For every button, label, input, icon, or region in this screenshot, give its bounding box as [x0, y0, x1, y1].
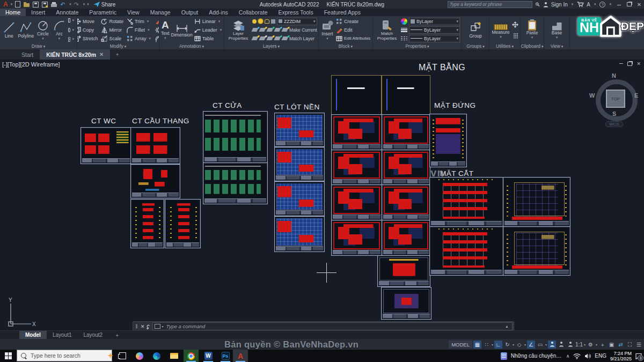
- command-line[interactable]: ✕ ▾ ▲: [133, 321, 514, 330]
- help-search-input[interactable]: [448, 1, 532, 8]
- trim-tool[interactable]: Trim▾: [127, 18, 152, 25]
- doc-restore-icon[interactable]: [627, 62, 632, 66]
- id-point-icon[interactable]: [512, 21, 518, 28]
- insert-block-tool[interactable]: Insert▾: [320, 19, 334, 41]
- sheet-ct-wc[interactable]: [80, 127, 131, 164]
- tab-layout2[interactable]: Layout2: [77, 331, 108, 339]
- help-icon[interactable]: ?: [599, 2, 605, 8]
- panel-label-annotation[interactable]: Annotation: [159, 43, 224, 49]
- redo-icon[interactable]: ↷: [74, 1, 80, 8]
- linetype-icon[interactable]: [401, 36, 407, 40]
- offset-tool-icon[interactable]: [155, 36, 159, 42]
- copy-tool[interactable]: Copy: [77, 26, 98, 34]
- sheet-floor-tile[interactable]: [274, 181, 325, 216]
- file-tab-start[interactable]: Start: [15, 49, 40, 60]
- command-grip-handle[interactable]: [134, 324, 138, 328]
- annotation-visibility-icon[interactable]: [548, 341, 556, 349]
- chrome-button[interactable]: [184, 350, 199, 362]
- tab-manage[interactable]: Manage: [145, 9, 176, 16]
- panel-label-view[interactable]: View: [544, 43, 569, 49]
- speaker-icon[interactable]: [584, 353, 591, 359]
- signin-caret-icon[interactable]: ▾: [572, 2, 574, 6]
- edit-attributes-tool[interactable]: Edit Attributes▾: [336, 35, 372, 42]
- hidden-icons-chevron[interactable]: ∧: [566, 353, 570, 359]
- ortho-mode-icon[interactable]: ∟: [494, 341, 502, 349]
- sheet-empty-frame[interactable]: [382, 75, 430, 115]
- layer-state-icon[interactable]: [274, 36, 281, 40]
- arc-tool[interactable]: Arc▾: [52, 19, 67, 41]
- mirror-tool[interactable]: Mirror: [101, 26, 123, 34]
- photoshop-button[interactable]: Ps: [218, 350, 233, 362]
- new-tab-button[interactable]: ＋: [110, 49, 125, 60]
- qat-customize-caret-icon[interactable]: ▾: [87, 2, 89, 6]
- sheet-floor-tile[interactable]: [274, 113, 325, 147]
- dimension-tool[interactable]: Dimension: [171, 22, 193, 38]
- tab-featured-apps[interactable]: Featured Apps: [319, 9, 366, 16]
- label-ct-lot-nen[interactable]: CT LÓT NỀN: [274, 103, 320, 111]
- panel-label-modify[interactable]: Modify: [77, 43, 159, 49]
- sheet-floor-plan[interactable]: [331, 150, 382, 185]
- tab-insert[interactable]: Insert: [26, 9, 50, 16]
- ellipse-tool-icon[interactable]: ▾: [68, 27, 75, 33]
- graphics-performance-icon[interactable]: ⇄: [617, 341, 625, 349]
- snap-caret-icon[interactable]: ▾: [492, 343, 493, 346]
- undo-icon[interactable]: ↶: [60, 1, 67, 8]
- tab-view[interactable]: View: [122, 9, 145, 16]
- sheet-stair-plans[interactable]: [130, 127, 180, 164]
- share-button[interactable]: Share: [93, 1, 116, 8]
- copilot-button[interactable]: [132, 350, 147, 362]
- viewcube-west[interactable]: W: [589, 92, 595, 99]
- polar-caret-icon[interactable]: ▾: [513, 343, 514, 346]
- task-view-button[interactable]: [115, 350, 130, 362]
- panel-label-block[interactable]: Block: [319, 43, 372, 49]
- table-tool[interactable]: Table: [194, 35, 223, 42]
- object-snap-settings-icon[interactable]: ▭: [536, 341, 544, 349]
- close-tab-icon[interactable]: ✕: [99, 51, 104, 57]
- tab-addins[interactable]: Add-ins: [203, 9, 233, 16]
- command-history-caret-icon[interactable]: ▲: [505, 324, 509, 328]
- language-indicator[interactable]: ENG: [595, 353, 606, 359]
- sheet-stair-section[interactable]: [130, 199, 164, 248]
- edit-block-tool[interactable]: Edit: [336, 26, 372, 34]
- lineweight-dropdown[interactable]: ByLayer: [409, 26, 460, 34]
- panel-label-layers[interactable]: Layers: [224, 43, 318, 49]
- isolate-objects-icon[interactable]: ▣: [608, 341, 616, 349]
- base-view-tool[interactable]: Base▾: [549, 20, 565, 40]
- customization-menu-icon[interactable]: ☰: [635, 341, 643, 349]
- viewcube-top-face[interactable]: TOP: [606, 90, 625, 108]
- autoscale-icon[interactable]: [557, 341, 565, 349]
- object-color-dropdown[interactable]: ByLayer: [409, 18, 460, 25]
- layer-state-icon[interactable]: [266, 36, 273, 40]
- doc-close-icon[interactable]: ✕: [636, 61, 641, 67]
- leader-tool[interactable]: Leader▾: [194, 26, 223, 34]
- polar-tracking-icon[interactable]: ↻: [503, 341, 511, 349]
- layer-state-icon[interactable]: [259, 28, 266, 32]
- layer-thaw-icon[interactable]: [258, 19, 263, 24]
- lineweight-icon[interactable]: [401, 28, 407, 32]
- viewcube-east[interactable]: E: [634, 92, 638, 99]
- taskbar-search[interactable]: [17, 350, 112, 361]
- sheet-floor-plan[interactable]: [382, 150, 430, 185]
- undo-caret-icon[interactable]: ▾: [69, 2, 71, 6]
- restore-button[interactable]: [625, 2, 633, 8]
- rotate-tool[interactable]: Rotate: [101, 18, 123, 25]
- sheet-empty-frame[interactable]: [331, 75, 382, 115]
- paste-tool[interactable]: Paste▾: [524, 20, 540, 40]
- viewport-controls[interactable]: [-][Top][2D Wireframe]: [2, 61, 60, 68]
- sheet-section[interactable]: [429, 177, 503, 227]
- panel-label-utilities[interactable]: Utilities: [489, 43, 520, 49]
- make-current-tool[interactable]: Make Current: [282, 26, 317, 34]
- sheet-floor-plan[interactable]: [382, 220, 430, 256]
- save-icon[interactable]: [33, 2, 39, 8]
- viewcube[interactable]: N W E S TOP WCS: [591, 74, 641, 125]
- viewcube-north[interactable]: N: [612, 72, 616, 79]
- file-explorer-button[interactable]: [166, 350, 181, 362]
- group-tool[interactable]: Group: [466, 21, 485, 39]
- layer-unlock-icon[interactable]: [265, 19, 269, 24]
- sheet-section[interactable]: [429, 226, 503, 276]
- move-tool[interactable]: Move: [77, 18, 98, 25]
- customize-wrench-icon[interactable]: [146, 324, 151, 329]
- drawing-canvas[interactable]: [-][Top][2D Wireframe] ✕ MẶT BẰNG CT WC …: [0, 60, 644, 330]
- measure-tool[interactable]: Measure▾: [491, 21, 510, 39]
- sheet-doors[interactable]: [203, 111, 268, 163]
